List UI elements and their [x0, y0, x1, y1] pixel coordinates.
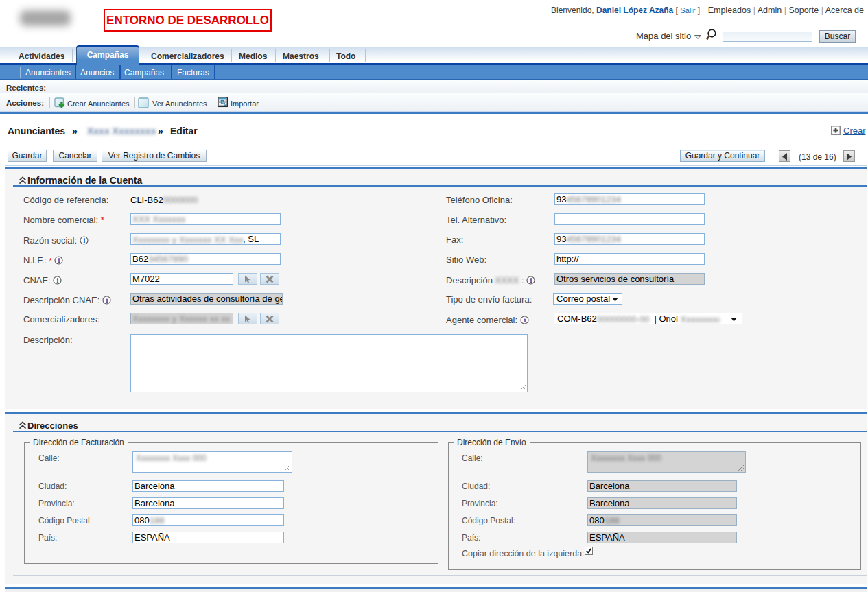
svg-text:i: i [530, 276, 532, 284]
svg-text:i: i [524, 316, 526, 324]
svg-text:i: i [106, 296, 108, 304]
svg-text:i: i [57, 276, 59, 284]
svg-text:i: i [58, 257, 60, 264]
svg-text:i: i [83, 237, 85, 244]
